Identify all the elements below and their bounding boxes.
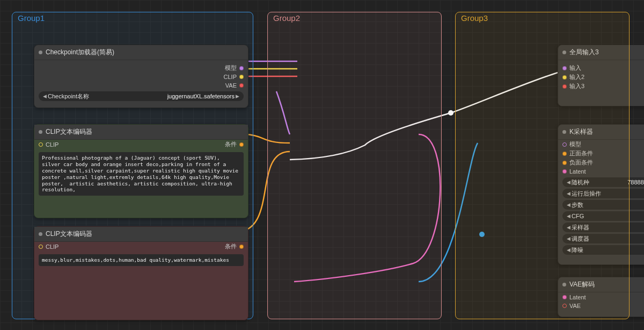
node-header[interactable]: Checkpoint加载器(简易) (34, 45, 248, 60)
node-title: CLIP文本编码器 (46, 229, 92, 239)
node-header[interactable]: CLIP文本编码器 (34, 227, 248, 242)
node-title: Checkpoint加载器(简易) (46, 48, 114, 57)
output-cond-label: 条件 (225, 140, 237, 148)
arrow-right-icon[interactable]: ▶ (235, 94, 240, 99)
port-model-out[interactable] (239, 66, 244, 70)
output-cond-label: 条件 (225, 242, 237, 250)
node-title: CLIP文本编码器 (46, 127, 92, 137)
group-1[interactable]: Group1 Checkpoint加载器(简易) 模型 CLIP VAE (12, 12, 253, 319)
output-clip-label: CLIP (224, 74, 237, 80)
input-clip-label: CLIP (46, 243, 58, 250)
arrow-left-icon[interactable]: ◀ (42, 94, 48, 99)
port-cond-out[interactable] (239, 142, 244, 147)
svg-point-0 (448, 110, 453, 116)
group-3-title: Group3 (461, 13, 488, 23)
port-vae-out[interactable] (239, 83, 244, 88)
node-header[interactable]: CLIP文本编码器 (34, 125, 248, 140)
collapse-dot-icon[interactable] (39, 130, 42, 134)
node-clip-negative[interactable]: CLIP文本编码器 CLIP 条件 messy,blur,mistakes,do… (34, 226, 248, 320)
input-clip-label: CLIP (46, 141, 58, 148)
output-vae-label: VAE (225, 82, 237, 89)
port-clip-in[interactable] (39, 245, 43, 249)
group-1-title: Group1 (18, 13, 45, 23)
group-2[interactable]: Group2 全局输入3 输入 输入2 输入3 K采样器 模型 (267, 12, 442, 319)
collapse-dot-icon[interactable] (39, 232, 42, 236)
port-clip-in[interactable] (39, 142, 43, 147)
prompt-textarea[interactable]: Professional photograph of a (Jaguar) co… (39, 152, 244, 196)
group-3[interactable]: Group3 空Latent Latent ◀ 宽度 1024 ▶ ◀ 高度 1… (455, 12, 630, 319)
port-cond-out[interactable] (239, 245, 244, 249)
node-clip-positive[interactable]: CLIP文本编码器 CLIP 条件 Professional photograp… (34, 124, 248, 218)
port-clip-out[interactable] (239, 75, 244, 79)
group-2-title: Group2 (273, 13, 300, 23)
output-model-label: 模型 (225, 64, 237, 72)
node-checkpoint-loader[interactable]: Checkpoint加载器(简易) 模型 CLIP VAE ◀ Checkpoi… (34, 45, 248, 108)
collapse-dot-icon[interactable] (39, 51, 42, 54)
widget-checkpoint-name[interactable]: ◀ Checkpoint名称 juggernautXL.safetensors … (39, 91, 244, 101)
prompt-textarea[interactable]: messy,blur,mistakes,dots,human,bad quali… (39, 254, 244, 266)
